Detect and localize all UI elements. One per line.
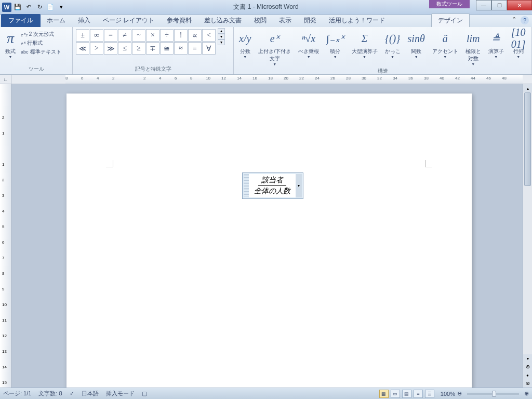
- tab-mail[interactable]: 差し込み文書: [198, 14, 248, 27]
- equation-box[interactable]: 該当者 全体の人数 ▾: [242, 172, 303, 199]
- symbol-≡[interactable]: ≡: [188, 42, 202, 55]
- save-icon[interactable]: 💾: [13, 3, 22, 12]
- horizontal-ruler[interactable]: 8642246810121416182022242628303234363840…: [65, 75, 523, 84]
- symbol-∝[interactable]: ∝: [188, 29, 202, 42]
- vertical-scrollbar[interactable]: ▴ ▾ ⦿ ● ⦿: [523, 84, 532, 388]
- tab-review[interactable]: 校閲: [248, 14, 273, 27]
- tab-ref[interactable]: 参考資料: [161, 14, 198, 27]
- minimize-button[interactable]: —: [476, 0, 491, 10]
- next-page-icon[interactable]: ⦿: [523, 379, 532, 388]
- structure-分数[interactable]: x/y分数▼: [236, 28, 254, 60]
- symbols-prev[interactable]: ▴: [218, 28, 225, 34]
- symbol-≫[interactable]: ≫: [104, 42, 117, 55]
- symbol-<[interactable]: <: [202, 29, 216, 42]
- fullscreen-view[interactable]: ▭: [391, 390, 400, 398]
- structure-icon: [10 01]: [511, 29, 526, 48]
- print-icon[interactable]: 📄: [46, 3, 55, 12]
- structure-べき乗根[interactable]: ⁿ√xべき乗根▼: [295, 28, 322, 60]
- symbol-≤[interactable]: ≤: [118, 42, 131, 55]
- structure-icon: eˣ: [270, 29, 280, 48]
- structure-大型演算子[interactable]: Σ大型演算子▼: [349, 28, 381, 60]
- symbol-÷[interactable]: ÷: [160, 29, 174, 42]
- symbol-~[interactable]: ~: [132, 29, 145, 42]
- symbol-≥[interactable]: ≥: [132, 42, 145, 55]
- plain-text[interactable]: abc標準テキスト: [20, 48, 62, 56]
- print-layout-view[interactable]: ▦: [379, 390, 389, 398]
- linear-format[interactable]: eˣ行形式: [20, 39, 62, 47]
- zoom-knob[interactable]: [492, 391, 496, 397]
- symbol-×[interactable]: ×: [146, 29, 159, 42]
- minimize-ribbon-icon[interactable]: ⌃: [512, 16, 516, 24]
- undo-icon[interactable]: ↶: [24, 3, 33, 12]
- zoom-in-icon[interactable]: ⊕: [524, 390, 529, 397]
- structure-アクセント[interactable]: äアクセント▼: [429, 28, 461, 60]
- structure-極限と対数[interactable]: lim極限と 対数▼: [462, 28, 484, 67]
- scroll-down-icon[interactable]: ▾: [523, 354, 532, 363]
- symbol-=[interactable]: =: [104, 29, 117, 42]
- browse-object-icon[interactable]: ●: [523, 371, 532, 379]
- two-d-format[interactable]: eˣ₂2 次元形式: [20, 30, 62, 38]
- web-view[interactable]: ▤: [402, 390, 411, 398]
- tab-selector[interactable]: ∟: [0, 75, 11, 84]
- symbol-±[interactable]: ±: [76, 29, 89, 42]
- zoom-level[interactable]: 100%: [441, 391, 455, 397]
- status-mode[interactable]: 挿入モード: [106, 390, 135, 397]
- structure-積分[interactable]: ∫₋ₓˣ積分▼: [323, 28, 347, 60]
- symbol->[interactable]: >: [90, 42, 103, 55]
- symbol-≈[interactable]: ≈: [174, 42, 188, 55]
- symbol-≅[interactable]: ≅: [160, 42, 174, 55]
- status-page[interactable]: ページ: 1/1: [3, 390, 31, 397]
- page[interactable]: 該当者 全体の人数 ▾: [66, 94, 472, 388]
- symbol-![interactable]: !: [174, 29, 188, 42]
- structure-行列[interactable]: [10 01]行列▼: [508, 28, 529, 60]
- symbol-∞[interactable]: ∞: [90, 29, 103, 42]
- tab-design[interactable]: デザイン: [431, 14, 470, 27]
- numerator[interactable]: 該当者: [258, 176, 286, 186]
- help-icon[interactable]: ?: [521, 16, 529, 24]
- status-proofing-icon[interactable]: ✓: [70, 390, 74, 397]
- tab-home[interactable]: ホーム: [41, 14, 72, 27]
- structure-icon: ä: [443, 29, 448, 48]
- denominator[interactable]: 全体の人数: [252, 186, 292, 196]
- tab-insert[interactable]: 挿入: [72, 14, 97, 27]
- status-lang[interactable]: 日本語: [82, 390, 99, 397]
- symbols-more[interactable]: ▾: [218, 39, 225, 45]
- tab-dev[interactable]: 開発: [298, 14, 323, 27]
- structure-icon: {()}: [385, 29, 400, 48]
- scroll-up-icon[interactable]: ▴: [523, 84, 532, 92]
- document-area[interactable]: 該当者 全体の人数 ▾: [11, 84, 523, 388]
- equation-move-handle[interactable]: [244, 174, 249, 197]
- draft-view[interactable]: ≣: [425, 390, 434, 398]
- qat-more-icon[interactable]: ▾: [57, 3, 66, 12]
- symbol-∀[interactable]: ∀: [202, 42, 216, 55]
- fraction[interactable]: 該当者 全体の人数: [249, 174, 296, 197]
- symbol-≪[interactable]: ≪: [76, 42, 89, 55]
- margin-mark: [106, 160, 113, 167]
- structure-上付き下付き文字[interactable]: eˣ上付き/下付き 文字▼: [255, 28, 294, 67]
- zoom-out-icon[interactable]: ⊖: [457, 390, 462, 397]
- structure-関数[interactable]: sinθ関数▼: [405, 28, 428, 60]
- zoom-slider[interactable]: [467, 393, 519, 395]
- symbol-≠[interactable]: ≠: [118, 29, 131, 42]
- equation-options-dropdown[interactable]: ▾: [296, 174, 302, 197]
- tab-view[interactable]: 表示: [273, 14, 298, 27]
- status-words[interactable]: 文字数: 8: [38, 390, 62, 397]
- status-macro-icon[interactable]: ▢: [142, 390, 147, 397]
- vertical-ruler[interactable]: 211234567891011121314151617: [0, 84, 11, 388]
- word-icon[interactable]: W: [2, 3, 11, 12]
- symbols-next[interactable]: ▾: [218, 34, 225, 39]
- tab-layout[interactable]: ページ レイアウト: [97, 14, 161, 27]
- equation-button[interactable]: π 数式 ▼: [2, 28, 19, 60]
- structure-icon: x/y: [239, 29, 251, 48]
- structure-かっこ[interactable]: {()}かっこ▼: [382, 28, 404, 60]
- outline-view[interactable]: ≡: [414, 390, 423, 398]
- maximize-button[interactable]: ☐: [491, 0, 507, 10]
- tab-use[interactable]: 活用しよう！ワード: [323, 14, 391, 27]
- redo-icon[interactable]: ↻: [35, 3, 44, 12]
- file-tab[interactable]: ファイル: [1, 14, 41, 27]
- prev-page-icon[interactable]: ⦿: [523, 363, 532, 371]
- scroll-thumb[interactable]: [524, 92, 531, 186]
- symbol-∓[interactable]: ∓: [146, 42, 159, 55]
- close-button[interactable]: ✕: [507, 0, 532, 10]
- structure-演算子[interactable]: ≜演算子▼: [485, 28, 507, 60]
